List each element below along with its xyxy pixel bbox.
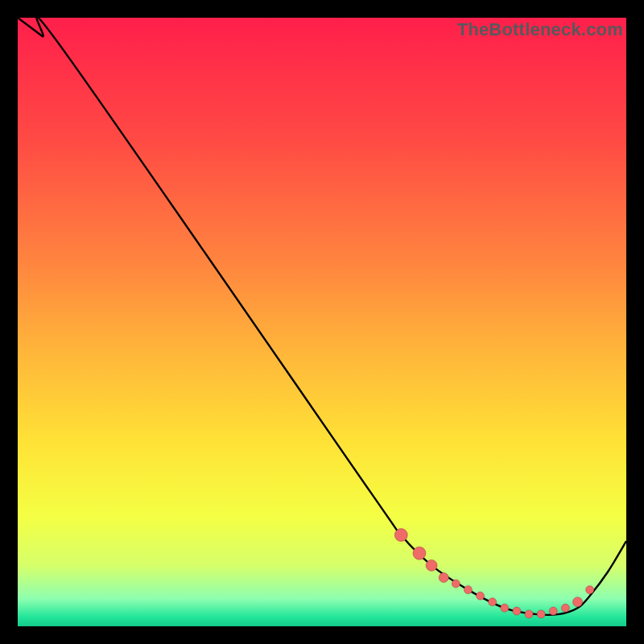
curve-marker: [439, 573, 448, 583]
curve-marker: [394, 529, 407, 542]
curve-marker: [586, 586, 594, 594]
curve-marker: [464, 586, 472, 594]
curve-marker: [501, 604, 509, 612]
curve-marker: [537, 610, 545, 618]
gradient-background: [18, 18, 626, 626]
curve-marker: [525, 610, 533, 618]
curve-marker: [573, 597, 583, 607]
bottleneck-chart: [18, 18, 626, 626]
curve-marker: [549, 607, 557, 615]
chart-frame: TheBottleneck.com: [18, 18, 626, 626]
watermark-text: TheBottleneck.com: [457, 19, 623, 40]
curve-marker: [452, 580, 460, 588]
curve-marker: [413, 547, 426, 559]
curve-marker: [561, 604, 569, 612]
curve-marker: [489, 598, 497, 606]
curve-marker: [477, 592, 485, 600]
curve-marker: [426, 559, 437, 571]
curve-marker: [513, 607, 521, 615]
